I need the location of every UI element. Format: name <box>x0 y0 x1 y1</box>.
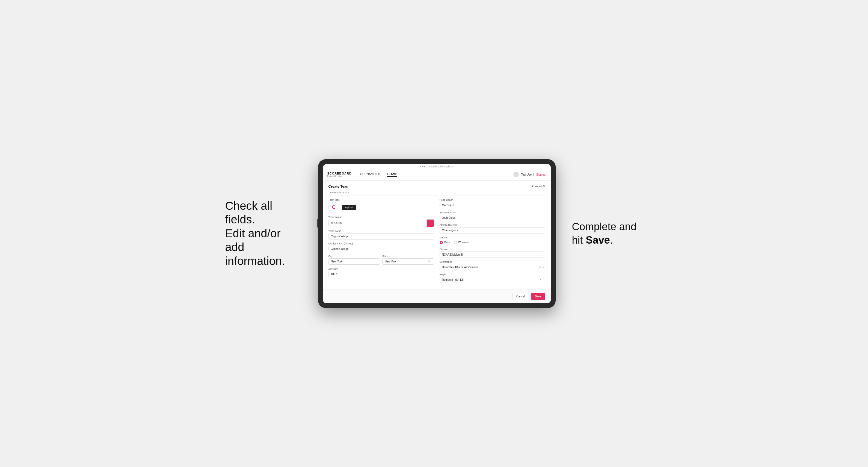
division-select-wrapper: NCAA Division III <box>440 251 545 258</box>
region-select[interactable]: Region II - (M) DIII <box>440 277 545 283</box>
zip-label: Zip code <box>329 268 434 270</box>
form-footer: Cancel Save <box>323 289 551 303</box>
ipad-screen: ● ● ● scoreboard.clippd.com SCOREBOARD P… <box>323 164 551 303</box>
close-icon: ✕ <box>543 185 545 188</box>
create-team-header: Create Team Cancel ✕ <box>329 184 545 188</box>
user-name: Test User | <box>521 173 534 176</box>
state-label: State <box>382 255 434 257</box>
form-columns: Team logo C Upload Team colour <box>329 198 545 286</box>
form-right: Head Coach Assistant Coach Athletic Dire… <box>440 198 545 286</box>
annotation-right-bold: Save <box>586 234 610 246</box>
annotation-line2: Edit and/or add <box>225 227 281 253</box>
team-colour-group: Team colour <box>329 216 434 227</box>
gender-mens-option[interactable]: Mens <box>440 241 451 244</box>
head-coach-label: Head Coach <box>440 198 545 201</box>
colour-input[interactable] <box>329 220 427 226</box>
city-label: City <box>329 255 380 257</box>
ipad-side-button <box>317 219 318 227</box>
ipad-frame: ● ● ● scoreboard.clippd.com SCOREBOARD P… <box>318 159 556 308</box>
region-select-wrapper: Region II - (M) DIII ✕ ⌄ <box>440 277 545 283</box>
team-logo-area: C Upload <box>329 202 434 213</box>
team-name-label: Team name <box>329 230 434 232</box>
gender-womens-option[interactable]: Womens <box>454 241 469 244</box>
conference-group: Conference University Athletic Associati… <box>440 260 545 270</box>
city-field: City <box>329 255 380 264</box>
conference-select-wrapper: University Athletic Association ✕ ⌄ <box>440 264 545 270</box>
upload-button[interactable]: Upload <box>342 205 356 210</box>
mens-radio-dot <box>440 241 443 244</box>
division-group: Division NCAA Division III <box>440 248 545 258</box>
conference-label: Conference <box>440 260 545 263</box>
division-label: Division <box>440 248 545 251</box>
gender-label: Gender <box>440 236 545 239</box>
team-logo-label: Team logo <box>329 198 434 201</box>
header-cancel-link[interactable]: Cancel ✕ <box>532 185 545 188</box>
user-avatar <box>513 172 519 177</box>
head-coach-group: Head Coach <box>440 198 545 208</box>
sign-out-link[interactable]: Sign out <box>536 173 546 176</box>
annotation-left: Check all fields. Edit and/or add inform… <box>225 199 302 268</box>
nav-links: TOURNAMENTS TEAMS <box>358 172 397 177</box>
form-left: Team logo C Upload Team colour <box>329 198 434 286</box>
region-label: Region <box>440 273 545 276</box>
annotation-right-suffix: . <box>610 234 613 246</box>
logo-text: SCOREBOARD <box>328 172 352 175</box>
annotation-line3: information. <box>225 254 285 268</box>
navbar: SCOREBOARD Powered by clippi TOURNAMENTS… <box>323 169 551 181</box>
city-state-row: City State New York <box>329 255 434 264</box>
state-select[interactable]: New York <box>382 258 434 264</box>
annotation-right: Complete and hit Save. <box>572 220 643 247</box>
assistant-coach-group: Assistant Coach <box>440 211 545 221</box>
womens-radio-dot <box>454 241 457 244</box>
team-name-input[interactable] <box>329 233 434 240</box>
athletic-director-label: Athletic Director <box>440 224 545 226</box>
conference-select[interactable]: University Athletic Association <box>440 264 545 270</box>
color-swatch[interactable] <box>427 219 434 227</box>
display-name-group: Display name (unique) <box>329 242 434 252</box>
conference-clear-icon[interactable]: ✕ <box>539 266 541 269</box>
team-logo-group: Team logo C Upload <box>329 198 434 213</box>
region-clear-icon[interactable]: ✕ <box>539 278 541 281</box>
logo-circle: C <box>329 202 339 213</box>
create-team-title: Create Team <box>329 184 349 188</box>
team-name-group: Team name <box>329 230 434 240</box>
state-field: State New York ✕ ⌄ <box>382 255 434 264</box>
nav-right: Test User | Sign out <box>513 172 546 177</box>
display-name-input[interactable] <box>329 246 434 252</box>
assistant-coach-label: Assistant Coach <box>440 211 545 214</box>
browser-tab-bar: ● ● ● scoreboard.clippd.com <box>323 164 551 169</box>
zip-group: Zip code <box>329 268 434 277</box>
form-container: Create Team Cancel ✕ TEAM DETAILS Team l… <box>323 181 551 289</box>
athletic-director-input[interactable] <box>440 227 545 234</box>
team-colour-label: Team colour <box>329 216 434 218</box>
gender-group: Gender Mens Womens <box>440 236 545 245</box>
section-label: TEAM DETAILS <box>329 191 545 196</box>
state-select-wrapper: New York ✕ ⌄ <box>382 258 434 264</box>
division-select[interactable]: NCAA Division III <box>440 251 545 258</box>
annotation-line1: Check all fields. <box>225 199 273 226</box>
assistant-coach-input[interactable] <box>440 215 545 221</box>
save-button[interactable]: Save <box>531 293 545 300</box>
athletic-director-group: Athletic Director <box>440 224 545 234</box>
state-clear-icon[interactable]: ✕ <box>428 260 430 263</box>
cancel-button[interactable]: Cancel <box>512 293 529 300</box>
city-state-group: City State New York <box>329 255 434 264</box>
display-name-label: Display name (unique) <box>329 242 434 245</box>
city-input[interactable] <box>329 258 380 264</box>
logo-area: SCOREBOARD Powered by clippi <box>328 172 352 177</box>
nav-teams[interactable]: TEAMS <box>387 172 398 177</box>
head-coach-input[interactable] <box>440 202 545 208</box>
nav-tournaments[interactable]: TOURNAMENTS <box>358 172 381 177</box>
region-group: Region Region II - (M) DIII ✕ ⌄ <box>440 273 545 283</box>
zip-input[interactable] <box>329 271 434 277</box>
gender-radio-group: Mens Womens <box>440 240 545 245</box>
colour-input-row <box>329 219 434 227</box>
logo-sub: Powered by clippi <box>328 175 352 177</box>
